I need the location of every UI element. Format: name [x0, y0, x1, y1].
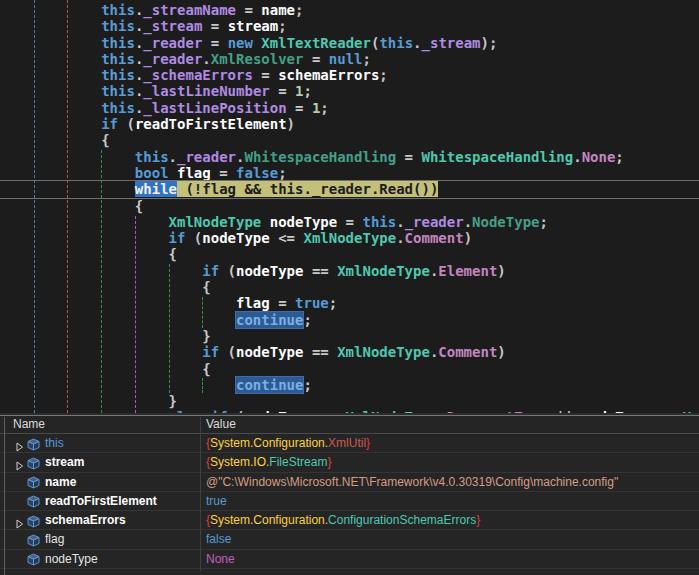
variable-name: readToFirstElement: [45, 492, 157, 511]
column-divider[interactable]: [200, 417, 201, 571]
reference-highlight: continue: [236, 377, 303, 393]
variable-value: true: [206, 492, 227, 511]
current-statement-highlight: (!flag && this._reader.Read()): [177, 181, 438, 197]
code-line[interactable]: this._lastLinePosition = 1;: [0, 100, 699, 116]
code-line[interactable]: this._reader.XmlResolver = null;: [0, 51, 699, 67]
local-variable-row[interactable]: stream{System.IO.FileStream}: [0, 453, 699, 472]
local-variable-row[interactable]: schemaErrors{System.Configuration.Config…: [0, 511, 699, 530]
selected-keyword-highlight: while: [135, 181, 177, 197]
variable-value: {System.Configuration.XmlUtil}: [206, 434, 370, 453]
code-line[interactable]: XmlNodeType nodeType = this._reader.Node…: [0, 214, 699, 230]
code-line[interactable]: this._lastLineNumber = 1;: [0, 83, 699, 99]
column-header-name[interactable]: Name: [13, 416, 45, 433]
locals-grid-header: Name Value: [0, 416, 699, 434]
code-line[interactable]: {: [0, 132, 699, 148]
code-line[interactable]: continue;: [0, 377, 699, 393]
locals-grid: Name Value this{System.Configuration.Xml…: [0, 415, 699, 575]
code-line[interactable]: {: [0, 198, 699, 214]
code-line[interactable]: this._reader.WhitespaceHandling = Whites…: [0, 149, 699, 165]
code-line[interactable]: flag = true;: [0, 295, 699, 311]
code-line[interactable]: this._stream = stream;: [0, 18, 699, 34]
local-variable-row[interactable]: name@"C:\Windows\Microsoft.NET\Framework…: [0, 473, 699, 492]
code-line[interactable]: bool flag = false;: [0, 165, 699, 181]
variable-name: nodeType: [45, 550, 98, 569]
local-variable-row[interactable]: readToFirstElementtrue: [0, 492, 699, 511]
code-line[interactable]: }: [0, 393, 699, 409]
code-line[interactable]: }: [0, 328, 699, 344]
code-line[interactable]: this._streamName = name;: [0, 2, 699, 18]
variable-name: schemaErrors: [45, 511, 126, 530]
variable-icon: [26, 553, 41, 572]
locals-rows: this{System.Configuration.XmlUtil}stream…: [0, 434, 699, 569]
variable-value: None: [206, 550, 235, 569]
variable-name: flag: [45, 530, 64, 549]
code-line[interactable]: else if (nodeType == XmlNodeType.Documen…: [0, 409, 699, 413]
debugger-window: this._streamName = name; this._stream = …: [0, 0, 699, 575]
code-line[interactable]: if (readToFirstElement): [0, 116, 699, 132]
code-line[interactable]: {: [0, 361, 699, 377]
code-line[interactable]: {: [0, 246, 699, 262]
code-line[interactable]: {: [0, 279, 699, 295]
code-line[interactable]: while (!flag && this._reader.Read()): [0, 181, 699, 197]
variable-value: {System.Configuration.ConfigurationSchem…: [206, 511, 480, 530]
code-line[interactable]: if (nodeType == XmlNodeType.Element): [0, 263, 699, 279]
local-variable-row[interactable]: this{System.Configuration.XmlUtil}: [0, 434, 699, 453]
code-editor[interactable]: this._streamName = name; this._stream = …: [0, 0, 699, 413]
code-line[interactable]: this._schemaErrors = schemaErrors;: [0, 67, 699, 83]
code-line[interactable]: this._reader = new XmlTextReader(this._s…: [0, 35, 699, 51]
local-variable-row[interactable]: flagfalse: [0, 530, 699, 549]
code-area: this._streamName = name; this._stream = …: [0, 2, 699, 413]
locals-panel: Name Value this{System.Configuration.Xml…: [0, 413, 699, 575]
variable-value: false: [206, 530, 231, 549]
local-variable-row[interactable]: nodeTypeNone: [0, 550, 699, 569]
panel-left-border: [4, 417, 5, 575]
code-line[interactable]: continue;: [0, 312, 699, 328]
code-line[interactable]: if (nodeType == XmlNodeType.Comment): [0, 344, 699, 360]
variable-name: this: [45, 434, 64, 453]
variable-value: @"C:\Windows\Microsoft.NET\Framework\v4.…: [206, 473, 618, 492]
code-line[interactable]: if (nodeType <= XmlNodeType.Comment): [0, 230, 699, 246]
variable-name: stream: [45, 453, 84, 472]
reference-highlight: continue: [236, 312, 303, 328]
variable-name: name: [45, 473, 76, 492]
variable-value: {System.IO.FileStream}: [206, 453, 331, 472]
column-header-value[interactable]: Value: [206, 416, 236, 433]
